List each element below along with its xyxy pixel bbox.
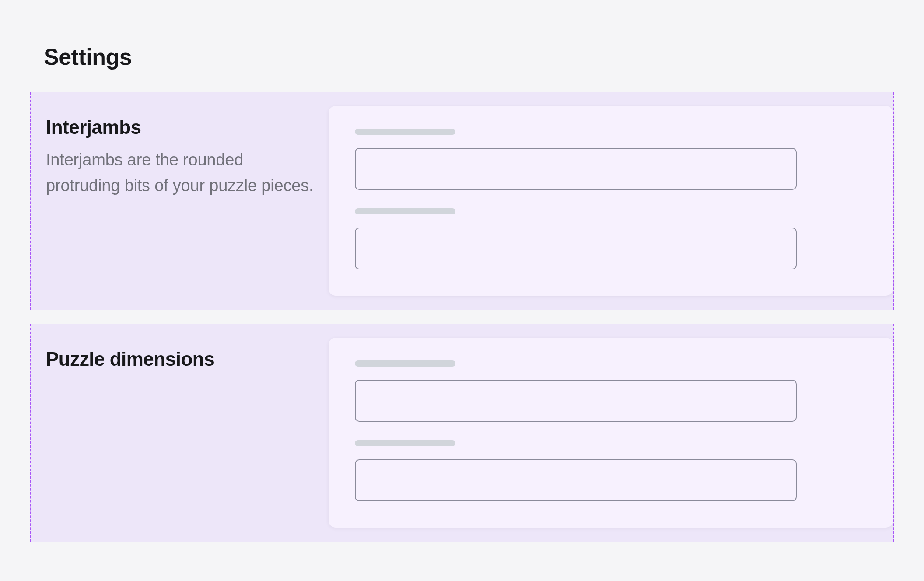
section-info: Puzzle dimensions [31, 338, 329, 528]
input-field-1[interactable] [355, 148, 797, 190]
section-title: Interjambs [46, 116, 315, 138]
form-card [329, 106, 893, 296]
section-form [329, 338, 893, 528]
input-field-2[interactable] [355, 459, 797, 501]
field-label-placeholder [355, 208, 455, 214]
field-label-placeholder [355, 440, 455, 446]
input-field-1[interactable] [355, 380, 797, 422]
field-label-placeholder [355, 129, 455, 135]
section-puzzle-dimensions: Puzzle dimensions [30, 324, 894, 542]
form-card [329, 338, 893, 528]
field-group [355, 360, 867, 422]
section-info: Interjambs Interjambs are the rounded pr… [31, 106, 329, 296]
page-title: Settings [0, 0, 924, 92]
section-title: Puzzle dimensions [46, 348, 315, 370]
section-interjambs: Interjambs Interjambs are the rounded pr… [30, 92, 894, 310]
field-group [355, 208, 867, 270]
section-form [329, 106, 893, 296]
field-group [355, 440, 867, 501]
field-label-placeholder [355, 360, 455, 367]
field-group [355, 129, 867, 190]
section-description: Interjambs are the rounded protruding bi… [46, 147, 315, 199]
sections-container: Interjambs Interjambs are the rounded pr… [0, 92, 924, 542]
input-field-2[interactable] [355, 228, 797, 270]
